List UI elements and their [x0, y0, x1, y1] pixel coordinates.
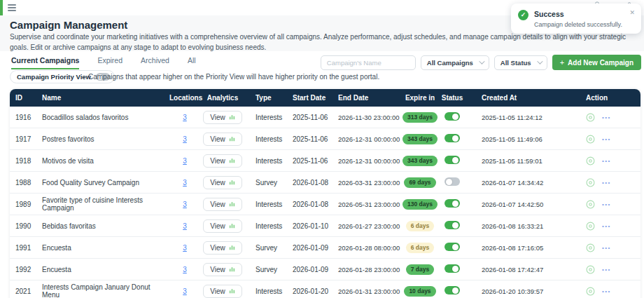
cell-created-at: 2026-01-08 17:42:47 — [466, 266, 570, 273]
locations-link[interactable]: 3 — [183, 287, 187, 295]
cell-action: ••• — [570, 135, 640, 144]
col-header-expire-in: Expire in — [402, 94, 438, 102]
expire-badge: 6 days — [406, 243, 434, 253]
eye-icon[interactable] — [586, 113, 595, 122]
view-analytics-button[interactable]: View — [203, 241, 242, 255]
status-toggle[interactable] — [444, 156, 460, 164]
view-button-label: View — [210, 201, 225, 208]
chevron-down-icon — [537, 58, 542, 64]
more-actions-icon[interactable]: ••• — [602, 245, 611, 251]
campaign-management-page: Campaign Management Supervise and coordi… — [0, 0, 644, 298]
table-row: 1988Food Quality Survey Campaign3ViewSur… — [10, 172, 640, 194]
status-toggle[interactable] — [444, 221, 460, 229]
eye-icon[interactable] — [586, 287, 595, 296]
view-analytics-button[interactable]: View — [203, 285, 242, 298]
cell-end-date: 2026-01-28 08:00:00 — [332, 244, 402, 252]
cell-status — [438, 243, 466, 252]
col-header-end-date: End Date — [332, 94, 402, 102]
eye-icon[interactable] — [586, 265, 595, 274]
cell-type: Survey — [245, 179, 283, 187]
more-actions-icon[interactable]: ••• — [602, 266, 611, 273]
cell-locations: 3 — [169, 114, 200, 121]
more-actions-icon[interactable]: ••• — [602, 158, 611, 164]
eye-icon[interactable] — [586, 178, 595, 187]
locations-link[interactable]: 3 — [183, 135, 187, 143]
cell-id: 1988 — [10, 179, 42, 187]
view-analytics-button[interactable]: View — [203, 133, 242, 146]
toggle-knob — [452, 114, 458, 120]
page-title: Campaign Management — [10, 19, 127, 31]
campaigns-filter-select[interactable]: All Campaigns — [421, 55, 489, 70]
more-actions-icon[interactable]: ••• — [602, 201, 611, 208]
view-button-label: View — [210, 222, 225, 230]
status-toggle[interactable] — [444, 286, 460, 294]
table-row: 2021Interests Campaign January Donut Men… — [10, 280, 640, 298]
close-icon[interactable]: ✕ — [629, 9, 635, 16]
bar-chart-icon — [229, 266, 235, 273]
success-toast: ✓ Success Campaign deleted successfully.… — [511, 4, 641, 34]
tab-expired[interactable]: Expired — [97, 56, 122, 69]
add-new-campaign-button[interactable]: + Add New Campaign — [552, 55, 641, 70]
eye-icon[interactable] — [586, 135, 595, 144]
chevron-down-icon — [479, 58, 484, 64]
expire-badge: 343 days — [402, 156, 438, 166]
locations-link[interactable]: 3 — [183, 244, 187, 252]
bar-chart-icon — [229, 135, 235, 143]
cell-analytics: View — [200, 176, 245, 189]
view-analytics-button[interactable]: View — [203, 176, 242, 189]
view-analytics-button[interactable]: View — [203, 111, 242, 124]
view-button-label: View — [210, 157, 225, 165]
expire-badge: 6 days — [406, 221, 434, 231]
cell-name: Favorite type of cuisine Interests Campa… — [42, 196, 169, 212]
cell-status — [438, 199, 466, 209]
more-actions-icon[interactable]: ••• — [602, 180, 611, 186]
locations-link[interactable]: 3 — [183, 157, 187, 165]
status-toggle[interactable] — [444, 199, 460, 208]
tab-archived[interactable]: Archived — [141, 56, 169, 69]
cell-id: 1989 — [10, 201, 42, 208]
status-filter-select[interactable]: All Status — [494, 55, 547, 70]
eye-icon[interactable] — [586, 156, 595, 165]
view-analytics-button[interactable]: View — [203, 219, 242, 233]
toggle-knob — [452, 201, 458, 207]
more-actions-icon[interactable]: ••• — [602, 288, 611, 294]
cell-id: 1991 — [10, 244, 42, 252]
status-toggle[interactable] — [444, 134, 460, 142]
cell-name: Interests Campaign January Donut Menu — [42, 283, 169, 298]
cell-created-at: 2026-01-08 17:16:05 — [466, 244, 570, 252]
more-actions-icon[interactable]: ••• — [602, 114, 611, 121]
status-toggle[interactable] — [444, 177, 460, 186]
cell-start-date: 2026-01-08 — [283, 179, 332, 187]
cell-type: Survey — [245, 266, 283, 273]
view-analytics-button[interactable]: View — [203, 198, 242, 211]
view-analytics-button[interactable]: View — [203, 154, 242, 168]
tab-current-campaigns[interactable]: Current Campaigns — [11, 56, 79, 69]
more-actions-icon[interactable]: ••• — [602, 223, 611, 229]
cell-created-at: 2026-01-08 16:33:21 — [466, 222, 570, 230]
status-toggle[interactable] — [444, 264, 460, 273]
cell-status — [438, 112, 466, 122]
eye-icon[interactable] — [586, 200, 595, 209]
bar-chart-icon — [229, 114, 235, 121]
locations-link[interactable]: 3 — [183, 179, 187, 187]
cell-analytics: View — [200, 154, 245, 168]
locations-link[interactable]: 3 — [183, 222, 187, 230]
locations-link[interactable]: 3 — [183, 114, 187, 121]
locations-link[interactable]: 3 — [183, 201, 187, 208]
tab-all[interactable]: All — [188, 56, 196, 69]
search-input[interactable] — [321, 55, 416, 70]
eye-icon[interactable] — [586, 243, 595, 252]
cell-id: 1992 — [10, 266, 42, 273]
cell-locations: 3 — [169, 135, 200, 143]
more-actions-icon[interactable]: ••• — [602, 136, 611, 142]
cell-status — [438, 156, 466, 165]
eye-icon[interactable] — [586, 222, 595, 231]
status-toggle[interactable] — [444, 243, 460, 251]
locations-link[interactable]: 3 — [183, 266, 187, 273]
view-analytics-button[interactable]: View — [203, 263, 242, 276]
status-toggle[interactable] — [444, 112, 460, 121]
cell-action: ••• — [570, 265, 640, 274]
cell-status — [438, 134, 466, 144]
hamburger-menu-icon[interactable] — [8, 3, 16, 11]
col-header-type: Type — [245, 94, 283, 102]
